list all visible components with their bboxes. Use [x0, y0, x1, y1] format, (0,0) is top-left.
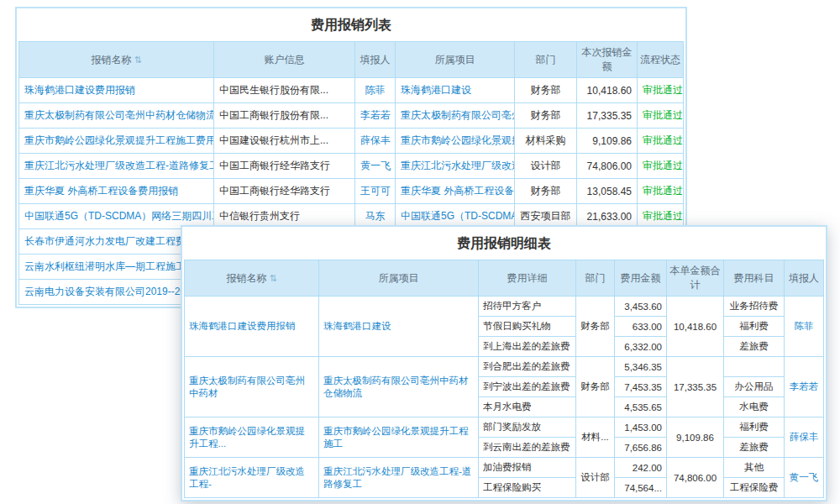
reimbursement-name-cell[interactable]: 重庆华夏 外高桥工程设备费用报销 [19, 179, 214, 204]
expense-detail-cell: 招待甲方客户 [479, 297, 576, 317]
list-column-header-label: 本次报销金额 [582, 46, 633, 72]
sort-icon[interactable]: ⇅ [269, 273, 276, 283]
project-cell[interactable]: 重庆江北污水处理厂级改造工... [396, 154, 515, 179]
expense-detail-cell: 本月水电费 [479, 397, 576, 417]
list-column-header: 账户信息 [214, 42, 355, 78]
total-amount-cell: 17,335.35 [667, 357, 724, 417]
amount-cell: 9,109.86 [577, 129, 638, 154]
department-cell: 财务部 [576, 357, 615, 417]
expense-amount-cell: 4,535.65 [615, 397, 667, 417]
expense-detail-cell: 到合肥出差的差旅费 [479, 357, 576, 377]
project-cell[interactable]: 重庆市鹅岭公园绿化景观提升... [396, 129, 515, 154]
project-cell[interactable]: 重庆太极制药有限公司亳州中药材仓储物流 [319, 357, 479, 417]
account-info-cell: 中国工商银行股份有限... [214, 103, 355, 129]
status-cell: 审批通过 [638, 129, 684, 154]
filler-cell[interactable]: 陈菲 [355, 78, 396, 103]
detail-column-header: 部门 [576, 260, 615, 297]
department-cell: 财务部 [576, 297, 615, 357]
detail-column-header-label: 费用详细 [507, 272, 548, 284]
account-info-cell: 中国工商银行经华路支行 [214, 154, 355, 179]
expense-list-title: 费用报销列表 [17, 8, 685, 41]
total-amount-cell: 10,418.60 [667, 297, 724, 357]
expense-category-cell: 工程保险费 [724, 478, 785, 498]
list-column-header-label: 部门 [536, 54, 556, 66]
expense-amount-cell: 7,656.86 [615, 438, 667, 458]
list-column-header-label: 账户信息 [265, 54, 305, 66]
filler-cell[interactable]: 李若若 [355, 103, 396, 129]
list-column-header: 本次报销金额 [577, 42, 638, 78]
expense-amount-cell: 633.00 [615, 317, 667, 337]
expense-detail-header-row: 报销名称⇅所属项目费用详细部门费用金额本单金额合计费用科目填报人 [185, 260, 824, 297]
expense-amount-cell: 1,453.00 [615, 417, 667, 438]
expense-amount-cell: 242.00 [615, 458, 667, 478]
detail-column-header: 费用科目 [724, 260, 785, 297]
detail-column-header: 报销名称⇅ [185, 260, 319, 297]
filler-cell[interactable]: 李若若 [785, 357, 824, 417]
expense-amount-cell: 74,564... [615, 478, 667, 498]
reimbursement-name-cell[interactable]: 珠海鹤港口建设费用报销 [19, 78, 214, 103]
detail-column-header-label: 报销名称 [226, 272, 266, 284]
project-cell[interactable]: 珠海鹤港口建设 [319, 297, 479, 357]
list-column-header: 报销名称⇅ [19, 42, 214, 78]
project-cell[interactable]: 重庆市鹅岭公园绿化景观提升工程施工 [319, 417, 479, 458]
filler-cell[interactable]: 薛保丰 [785, 417, 824, 458]
table-row: 重庆太极制药有限公司亳州中药材仓储物流基地项...中国工商银行股份有限...李若… [19, 103, 684, 129]
filler-cell[interactable]: 黄一飞 [785, 458, 824, 498]
department-cell: 材料... [576, 417, 615, 458]
expense-category-cell: 福利费 [724, 417, 785, 438]
expense-amount-cell: 3,453.60 [615, 297, 667, 317]
list-column-header: 流程状态 [638, 42, 684, 78]
total-amount-cell: 74,806.00 [667, 458, 724, 498]
detail-column-header: 本单金额合计 [667, 260, 724, 297]
detail-column-header-label: 填报人 [789, 272, 819, 284]
department-cell: 财务部 [515, 78, 577, 103]
detail-column-header: 填报人 [785, 260, 824, 297]
status-cell: 审批通过 [638, 154, 684, 179]
department-cell: 财务部 [515, 103, 577, 129]
reimbursement-name-cell[interactable]: 重庆市鹅岭公园绿化景观提升工程施工费用报销 [19, 129, 214, 154]
detail-column-header: 费用详细 [479, 260, 576, 297]
expense-detail-body: 珠海鹤港口建设费用报销珠海鹤港口建设招待甲方客户财务部3,453.6010,41… [185, 297, 824, 498]
account-info-cell: 中国工商银行经华路支行 [214, 179, 355, 204]
expense-category-cell: 其他 [724, 458, 785, 478]
table-row: 重庆市鹅岭公园绿化景观提升工程...重庆市鹅岭公园绿化景观提升工程施工部门奖励发… [185, 417, 824, 438]
expense-category-cell: 水电费 [724, 397, 785, 417]
status-cell: 审批通过 [638, 179, 684, 204]
detail-column-header: 所属项目 [319, 260, 479, 297]
expense-detail-cell: 节假日购买礼物 [479, 317, 576, 337]
project-cell[interactable]: 重庆太极制药有限公司亳州中... [396, 103, 515, 129]
expense-category-cell: 差旅费 [724, 438, 785, 458]
account-info-cell: 中国建设银行杭州市上... [214, 129, 355, 154]
project-cell[interactable]: 重庆江北污水处理厂级改造工程-道路修复工 [319, 458, 479, 498]
expense-category-cell: 福利费 [724, 317, 785, 337]
filler-cell[interactable]: 黄一飞 [355, 154, 396, 179]
expense-amount-cell: 6,332.00 [615, 337, 667, 357]
reimbursement-name-cell[interactable]: 重庆市鹅岭公园绿化景观提升工程... [185, 417, 319, 458]
reimbursement-name-cell[interactable]: 重庆江北污水处理厂级改造工程- [185, 458, 319, 498]
amount-cell: 74,806.00 [577, 154, 638, 179]
detail-column-header-label: 部门 [585, 272, 606, 284]
reimbursement-name-cell[interactable]: 重庆江北污水处理厂级改造工程-道路修复工程费用... [19, 154, 214, 179]
filler-cell[interactable]: 王可可 [355, 179, 396, 204]
department-cell: 设计部 [576, 458, 615, 498]
expense-detail-title: 费用报销明细表 [182, 227, 826, 260]
table-row: 重庆华夏 外高桥工程设备费用报销中国工商银行经华路支行王可可重庆华夏 外高桥工程… [19, 179, 684, 204]
expense-category-cell [724, 357, 785, 377]
department-cell: 材料采购 [515, 129, 577, 154]
sort-icon[interactable]: ⇅ [134, 55, 141, 65]
table-row: 重庆江北污水处理厂级改造工程-道路修复工程费用...中国工商银行经华路支行黄一飞… [19, 154, 684, 179]
project-cell[interactable]: 珠海鹤港口建设 [396, 78, 515, 103]
amount-cell: 17,335.35 [577, 103, 638, 129]
project-cell[interactable]: 重庆华夏 外高桥工程设备 [396, 179, 515, 204]
list-column-header-label: 流程状态 [640, 54, 680, 66]
reimbursement-name-cell[interactable]: 珠海鹤港口建设费用报销 [185, 297, 319, 357]
filler-cell[interactable]: 陈菲 [785, 297, 824, 357]
filler-cell[interactable]: 薛保丰 [355, 129, 396, 154]
list-column-header-label: 所属项目 [435, 54, 475, 66]
detail-column-header-label: 本单金额合计 [670, 265, 721, 291]
list-column-header: 部门 [515, 42, 577, 78]
reimbursement-name-cell[interactable]: 重庆太极制药有限公司亳州中药材 [185, 357, 319, 417]
table-row: 重庆市鹅岭公园绿化景观提升工程施工费用报销中国建设银行杭州市上...薛保丰重庆市… [19, 129, 684, 154]
expense-list-header-row: 报销名称⇅账户信息填报人所属项目部门本次报销金额流程状态 [19, 42, 684, 78]
reimbursement-name-cell[interactable]: 重庆太极制药有限公司亳州中药材仓储物流基地项... [19, 103, 214, 129]
